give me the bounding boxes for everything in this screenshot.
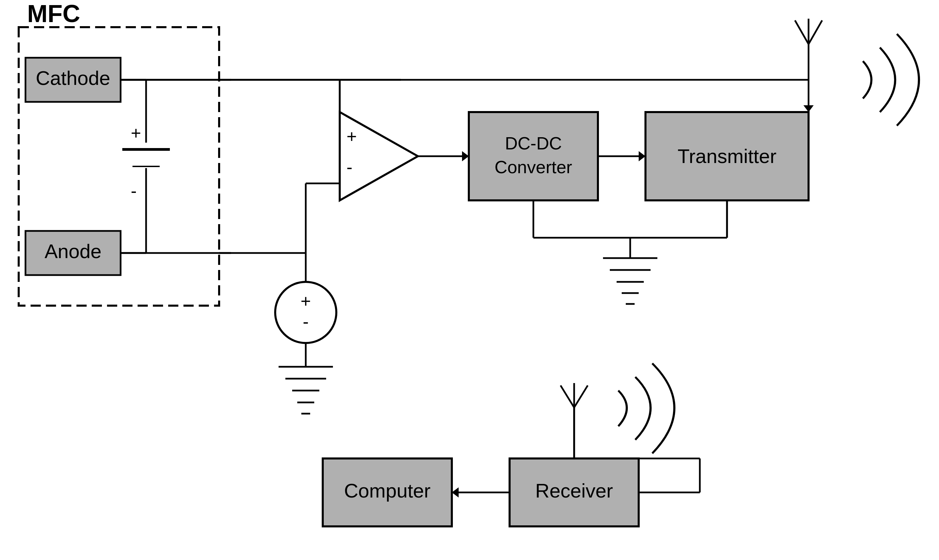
radio-wave-2 (880, 48, 895, 112)
svg-line-27 (574, 385, 588, 408)
recv-radio-wave-2 (635, 377, 651, 440)
circle-minus: - (303, 312, 308, 331)
opamp-plus: + (346, 127, 357, 146)
svg-line-24 (808, 20, 822, 44)
opamp-minus: - (346, 157, 352, 177)
computer-label: Computer (344, 480, 431, 502)
anode-label: Anode (45, 240, 102, 262)
radio-wave-1 (863, 61, 871, 98)
receiver-label: Receiver (536, 480, 613, 502)
mfc-label: MFC (27, 0, 80, 27)
svg-line-26 (560, 385, 574, 408)
transmitter-label: Transmitter (677, 145, 776, 167)
svg-line-23 (795, 20, 808, 44)
cathode-label: Cathode (36, 67, 110, 89)
opamp-symbol (340, 112, 418, 200)
circuit-diagram: MFC Cathode Anode + - + - (0, 0, 939, 560)
battery-minus: - (131, 181, 137, 201)
battery-plus: + (131, 123, 141, 143)
dcdc-box (469, 112, 598, 200)
dcdc-label-line2: Converter (495, 157, 572, 177)
dcdc-label-line1: DC-DC (505, 134, 562, 153)
radio-wave-3 (897, 34, 919, 126)
circle-plus: + (301, 291, 311, 311)
recv-radio-wave-3 (652, 363, 674, 453)
recv-radio-wave-1 (618, 391, 627, 426)
